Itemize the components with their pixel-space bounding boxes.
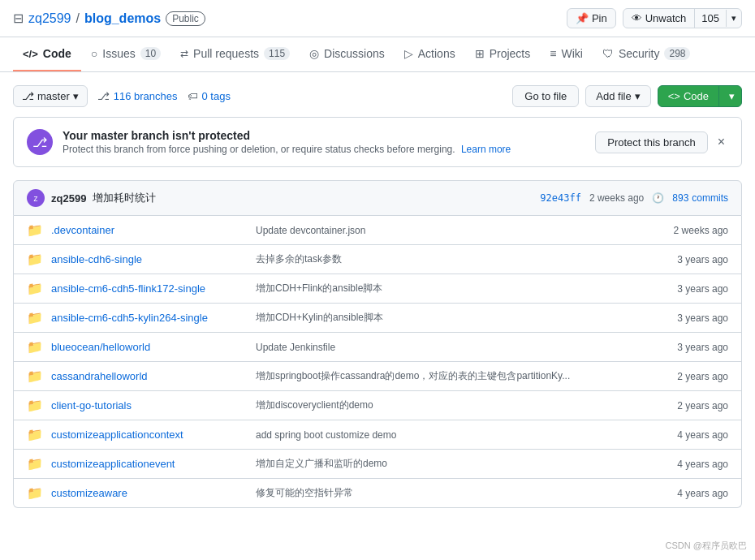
file-commit-message: Update Jenkinsfile xyxy=(256,342,645,353)
visibility-badge: Public xyxy=(166,11,205,26)
tab-discussions[interactable]: ◎ Discussions xyxy=(300,37,395,71)
file-commit-message: 修复可能的空指针异常 xyxy=(256,486,645,500)
commit-bar-left: z zq2599 增加耗时统计 xyxy=(27,189,156,207)
file-link[interactable]: cassandrahelloworld xyxy=(51,370,148,382)
tab-issues[interactable]: ○ Issues 10 xyxy=(81,37,170,71)
folder-icon: 📁 xyxy=(27,281,41,296)
tag-count[interactable]: 🏷 0 tags xyxy=(188,90,231,102)
file-time: 3 years ago xyxy=(655,283,728,295)
tab-discussions-label: Discussions xyxy=(324,47,385,60)
watch-button[interactable]: 👁 Unwatch 105 ▾ xyxy=(623,8,742,28)
close-protection-button[interactable]: × xyxy=(714,133,728,151)
commits-count: 893 xyxy=(672,192,688,204)
file-name: customizeapplicationevent xyxy=(51,458,246,470)
file-commit-message: 去掉多余的task参数 xyxy=(256,252,645,266)
tab-code-label: Code xyxy=(43,47,71,60)
table-row: 📁 .devcontainer Update devcontainer.json… xyxy=(14,216,741,245)
table-row: 📁 ansible-cm6-cdh5-flink172-single 增加CDH… xyxy=(14,274,741,304)
tags-link[interactable]: 0 tags xyxy=(202,90,231,102)
file-time: 3 years ago xyxy=(655,312,728,324)
table-row: 📁 ansible-cdh6-single 去掉多余的task参数 3 year… xyxy=(14,245,741,274)
file-commit-message: add spring boot customize demo xyxy=(256,429,645,441)
tab-pull-requests[interactable]: ⇄ Pull requests 115 xyxy=(170,37,300,71)
file-link[interactable]: ansible-cm6-cdh5-kylin264-single xyxy=(51,312,208,324)
file-table: 📁 .devcontainer Update devcontainer.json… xyxy=(13,216,742,508)
code-main[interactable]: <> Code xyxy=(658,86,719,106)
tab-projects[interactable]: ⊞ Projects xyxy=(465,37,541,71)
pr-badge: 115 xyxy=(264,47,290,60)
branch-count[interactable]: ⎇ 116 branches xyxy=(97,90,178,102)
top-bar-actions: 📌 Pin 👁 Unwatch 105 ▾ xyxy=(567,8,742,28)
add-file-button[interactable]: Add file ▾ xyxy=(585,85,650,107)
file-commit-message: 增加CDH+Kylin的ansible脚本 xyxy=(256,311,645,325)
table-row: 📁 customizeapplicationcontext add spring… xyxy=(14,420,741,450)
file-link[interactable]: ansible-cdh6-single xyxy=(51,253,142,265)
tag-icon: 🏷 xyxy=(188,90,198,102)
commit-time: 2 weeks ago xyxy=(589,192,644,204)
goto-file-button[interactable]: Go to file xyxy=(512,85,579,107)
file-commit-message: 增加自定义广播和监听的demo xyxy=(256,457,645,471)
watch-count[interactable]: 105 xyxy=(695,9,726,28)
file-name: cassandrahelloworld xyxy=(51,370,246,382)
commit-bar: z zq2599 增加耗时统计 92e43ff 2 weeks ago 🕐 89… xyxy=(13,180,742,216)
repo-icon: ⊟ xyxy=(13,11,24,26)
file-name: customizeaware xyxy=(51,487,246,499)
file-name: client-go-tutorials xyxy=(51,399,246,411)
tab-issues-label: Issues xyxy=(102,47,135,60)
repo-name[interactable]: blog_demos xyxy=(84,11,161,26)
file-name: .devcontainer xyxy=(51,224,246,236)
tab-code[interactable]: </> Code xyxy=(13,37,81,71)
folder-icon: 📁 xyxy=(27,339,41,355)
file-link[interactable]: customizeaware xyxy=(51,487,127,499)
tab-actions[interactable]: ▷ Actions xyxy=(395,37,465,71)
shield-icon: 🛡 xyxy=(602,47,614,60)
chevron-down-icon[interactable]: ▾ xyxy=(726,10,741,27)
watch-main[interactable]: 👁 Unwatch xyxy=(623,9,696,28)
protection-description: Protect this branch from force pushing o… xyxy=(63,144,511,155)
file-link[interactable]: customizeapplicationcontext xyxy=(51,429,183,441)
branch-toolbar: ⎇ master ▾ ⎇ 116 branches 🏷 0 tags Go to… xyxy=(13,85,742,107)
top-bar: ⊟ zq2599 / blog_demos Public 📌 Pin 👁 Unw… xyxy=(0,0,755,37)
repo-owner[interactable]: zq2599 xyxy=(28,11,71,26)
file-link[interactable]: ansible-cm6-cdh5-flink172-single xyxy=(51,282,205,295)
protect-branch-button[interactable]: Protect this branch xyxy=(595,131,707,153)
learn-more-link[interactable]: Learn more xyxy=(461,144,511,155)
folder-icon: 📁 xyxy=(27,310,41,325)
file-time: 4 years ago xyxy=(655,488,728,499)
wiki-icon: ≡ xyxy=(550,47,556,60)
tab-security[interactable]: 🛡 Security 298 xyxy=(593,37,701,71)
branches-icon: ⎇ xyxy=(97,90,110,102)
commit-author[interactable]: zq2599 xyxy=(51,192,86,205)
file-commit-message: 增加CDH+Flink的ansible脚本 xyxy=(256,282,645,295)
file-name: ansible-cm6-cdh5-flink172-single xyxy=(51,282,246,295)
code-icon: </> xyxy=(23,48,38,60)
folder-icon: 📁 xyxy=(27,456,41,472)
branch-icon: ⎇ xyxy=(22,90,34,102)
file-link[interactable]: client-go-tutorials xyxy=(51,399,132,411)
code-chevron-icon[interactable]: ▾ xyxy=(723,86,741,106)
folder-icon: 📁 xyxy=(27,222,41,238)
file-link[interactable]: .devcontainer xyxy=(51,224,114,236)
tab-security-label: Security xyxy=(619,47,660,60)
repo-title: ⊟ zq2599 / blog_demos Public xyxy=(13,11,205,26)
protection-notice-right: Protect this branch × xyxy=(595,131,728,153)
protection-icon: ⎇ xyxy=(27,129,53,155)
file-time: 4 years ago xyxy=(655,429,728,441)
code-button[interactable]: <> Code ▾ xyxy=(658,85,742,107)
pin-button[interactable]: 📌 Pin xyxy=(567,8,616,28)
branches-link[interactable]: 116 branches xyxy=(114,90,178,102)
commits-link[interactable]: 893 commits xyxy=(672,192,728,204)
folder-icon: 📁 xyxy=(27,398,41,413)
projects-icon: ⊞ xyxy=(475,47,485,60)
branch-selector[interactable]: ⎇ master ▾ xyxy=(13,85,88,107)
commit-hash[interactable]: 92e43ff xyxy=(540,192,581,204)
nav-tabs: </> Code ○ Issues 10 ⇄ Pull requests 115… xyxy=(0,37,755,72)
file-time: 2 years ago xyxy=(655,371,728,382)
eye-icon: 👁 xyxy=(632,12,642,24)
file-link[interactable]: customizeapplicationevent xyxy=(51,458,175,470)
file-time: 3 years ago xyxy=(655,342,728,353)
tab-wiki[interactable]: ≡ Wiki xyxy=(540,37,593,71)
table-row: 📁 cassandrahelloworld 增加springboot操作cass… xyxy=(14,362,741,391)
file-link[interactable]: blueocean/helloworld xyxy=(51,341,150,353)
code-icon2: <> xyxy=(668,90,680,102)
